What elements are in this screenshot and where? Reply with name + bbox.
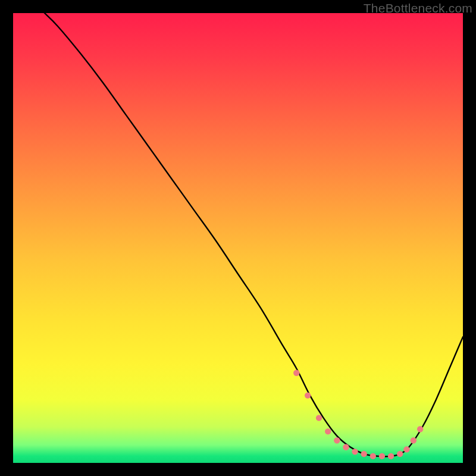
marker-dot [370,453,376,459]
marker-dot [417,426,423,432]
marker-dot [411,437,416,443]
marker-dot [403,446,409,452]
bottleneck-curve [45,13,463,456]
chart-frame: TheBottleneck.com [0,0,476,476]
marker-dot [293,370,299,376]
highlight-markers [293,370,423,459]
curve-layer [13,13,463,463]
marker-dot [343,444,349,450]
marker-dot [305,392,311,398]
marker-dot [325,428,331,434]
marker-dot [388,453,394,459]
watermark-text: TheBottleneck.com [364,1,472,15]
marker-dot [379,453,385,459]
marker-dot [397,451,403,457]
marker-dot [316,415,322,421]
marker-dot [361,451,367,457]
marker-dot [334,437,340,443]
plot-area [13,13,463,463]
marker-dot [352,449,358,455]
